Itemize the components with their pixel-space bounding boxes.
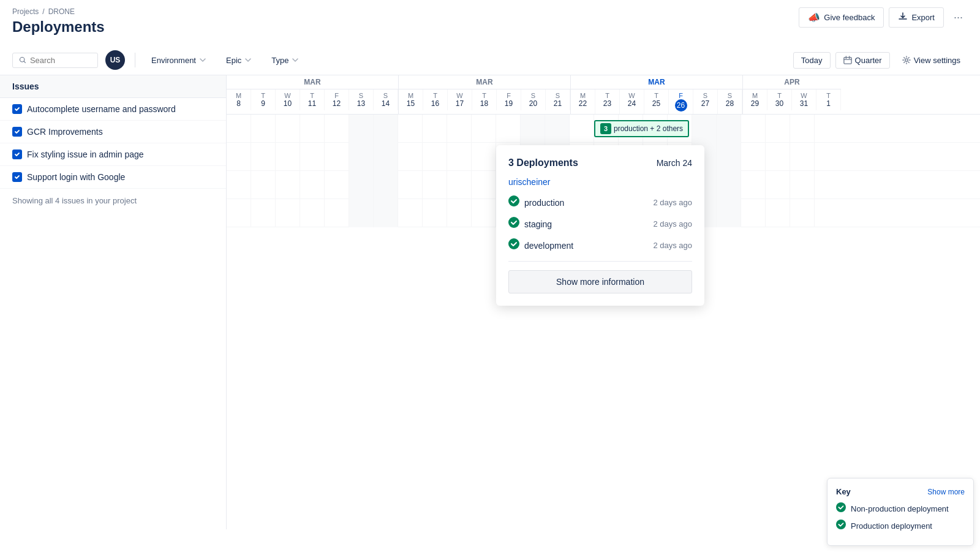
calendar-icon — [843, 56, 852, 64]
legend-show-more[interactable]: Show more — [927, 488, 965, 496]
calendar-scroll: MAR M8 T9 W10 T11 F12 S13 S14 MAR — [227, 75, 980, 227]
epic-filter[interactable]: Epic — [220, 53, 258, 68]
issue-text: GCR Improvements — [27, 127, 103, 137]
page-title: Deployments — [12, 18, 105, 36]
issue-checkbox — [12, 172, 22, 182]
day-col: T9 — [251, 89, 276, 110]
issue-checkbox — [12, 104, 22, 114]
day-col: F12 — [325, 89, 349, 110]
chevron-down-icon — [199, 56, 206, 64]
svg-rect-1 — [843, 58, 851, 64]
popup-env-development: development — [524, 241, 573, 251]
day-col: M22 — [571, 89, 595, 114]
legend-title: Key — [836, 487, 851, 496]
search-box[interactable] — [12, 53, 98, 68]
more-button[interactable]: ··· — [949, 7, 968, 28]
day-col: M8 — [227, 89, 251, 110]
month-label-mar1: MAR — [227, 75, 398, 89]
feedback-button[interactable]: 📣 Give feedback — [799, 7, 884, 28]
settings-icon — [902, 56, 911, 64]
popup-date: March 24 — [657, 158, 692, 168]
day-col-today: F26 — [669, 89, 693, 114]
top-actions: 📣 Give feedback Export ··· — [799, 7, 968, 28]
issue-text: Fix styling issue in admin page — [27, 149, 144, 159]
day-col: F19 — [497, 89, 521, 110]
view-settings-button[interactable]: View settings — [895, 53, 968, 68]
issue-checkbox — [12, 149, 22, 159]
day-col: T23 — [595, 89, 620, 114]
day-col: W17 — [448, 89, 472, 110]
show-more-info-button[interactable]: Show more information — [508, 270, 692, 293]
month-label-mar3: MAR — [571, 75, 742, 89]
chevron-down-icon — [244, 56, 252, 64]
day-col: T18 — [472, 89, 497, 110]
day-col: W31 — [792, 89, 816, 110]
day-col: T1 — [816, 89, 841, 110]
quarter-button[interactable]: Quarter — [835, 52, 890, 69]
today-button[interactable]: Today — [793, 52, 831, 69]
day-col: T30 — [767, 89, 792, 110]
svg-point-6 — [836, 502, 846, 512]
check-icon — [508, 238, 519, 252]
month-label-mar2: MAR — [399, 75, 570, 89]
popup-header: 3 Deployments March 24 — [508, 157, 692, 168]
export-button[interactable]: Export — [889, 7, 944, 28]
issues-list: Autocomplete username and password GCR I… — [0, 98, 226, 189]
issues-panel: Issues Autocomplete username and passwor… — [0, 75, 227, 529]
day-col: S20 — [521, 89, 546, 110]
popup-divider — [508, 261, 692, 262]
export-icon — [898, 12, 908, 23]
issues-footer: Showing all 4 issues in your project — [0, 189, 226, 213]
page-header: Projects / DRONE Deployments 📣 Give feed… — [0, 0, 980, 45]
megaphone-icon: 📣 — [808, 12, 820, 23]
issues-header: Issues — [0, 75, 226, 98]
popup-time-production: 2 days ago — [653, 198, 692, 207]
deployment-bar[interactable]: 3 production + 2 others — [594, 120, 689, 137]
legend-box: Key Show more Non-production deployment — [827, 478, 974, 529]
day-col: S27 — [693, 89, 718, 114]
day-col: S21 — [546, 89, 570, 110]
calendar-area: MAR M8 T9 W10 T11 F12 S13 S14 MAR — [227, 75, 980, 529]
check-icon — [836, 520, 846, 529]
day-col: S13 — [349, 89, 374, 110]
breadcrumb-project: DRONE — [48, 7, 75, 16]
type-filter[interactable]: Type — [265, 53, 305, 68]
issue-checkbox — [12, 127, 22, 137]
issue-text: Autocomplete username and password — [27, 104, 176, 114]
breadcrumb-projects[interactable]: Projects — [12, 7, 39, 16]
deployment-bar-label: production + 2 others — [614, 124, 683, 133]
chevron-down-icon — [292, 56, 299, 64]
popup-time-development: 2 days ago — [653, 241, 692, 250]
issue-item[interactable]: GCR Improvements — [0, 121, 226, 143]
search-input[interactable] — [30, 56, 91, 65]
popup-item-staging: staging 2 days ago — [508, 217, 692, 231]
environment-filter[interactable]: Environment — [145, 53, 213, 68]
legend-item-nonprod: Non-production deployment — [836, 502, 965, 515]
popup-title: 3 Deployments — [508, 157, 578, 168]
toolbar-right: Today Quarter View settings — [793, 52, 968, 69]
search-icon — [19, 56, 26, 64]
check-icon — [508, 217, 519, 231]
check-icon — [836, 502, 846, 515]
popup-item-development: development 2 days ago — [508, 238, 692, 252]
month-label-apr: APR — [743, 75, 841, 89]
breadcrumb: Projects / DRONE — [12, 7, 105, 16]
breadcrumb-separator: / — [42, 7, 44, 16]
day-col: W24 — [620, 89, 644, 114]
toolbar: US Environment Epic Type Today Quarter V… — [0, 45, 980, 75]
deployment-badge: 3 — [600, 123, 611, 134]
popup-time-staging: 2 days ago — [653, 219, 692, 229]
day-col: M29 — [743, 89, 767, 110]
issue-item[interactable]: Autocomplete username and password — [0, 98, 226, 121]
issue-item[interactable]: Support login with Google — [0, 166, 226, 189]
popup-item-production: production 2 days ago — [508, 195, 692, 210]
toolbar-divider — [135, 53, 135, 67]
svg-point-3 — [508, 195, 519, 206]
popup-user[interactable]: urischeiner — [508, 177, 692, 187]
issue-item[interactable]: Fix styling issue in admin page — [0, 143, 226, 166]
day-col: M15 — [399, 89, 423, 110]
check-icon — [508, 195, 519, 210]
day-col: T25 — [644, 89, 669, 114]
svg-point-4 — [508, 217, 519, 228]
legend-item-prod: Production deployment — [836, 520, 965, 529]
